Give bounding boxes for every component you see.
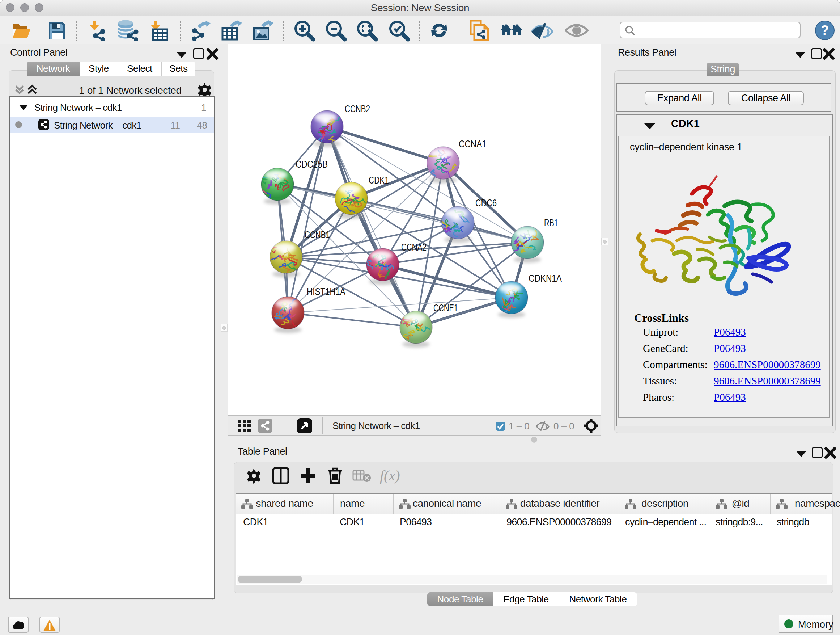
svg-text:?: ? [821, 23, 829, 38]
svg-text:RB1: RB1 [544, 218, 558, 228]
svg-text:CDC25B: CDC25B [295, 159, 328, 170]
svg-text:CDC6: CDC6 [475, 198, 497, 209]
svg-text:HIST1H1A: HIST1H1A [307, 287, 346, 297]
svg-text:CCNA2: CCNA2 [401, 242, 426, 253]
svg-text:CCNB1: CCNB1 [305, 230, 330, 241]
svg-text:CCNE1: CCNE1 [433, 302, 458, 314]
svg-text:CDKN1A: CDKN1A [529, 273, 562, 284]
svg-text:CCNA1: CCNA1 [459, 139, 486, 149]
svg-text:CCNB2: CCNB2 [345, 103, 370, 114]
svg-text:CDK1: CDK1 [369, 175, 389, 186]
